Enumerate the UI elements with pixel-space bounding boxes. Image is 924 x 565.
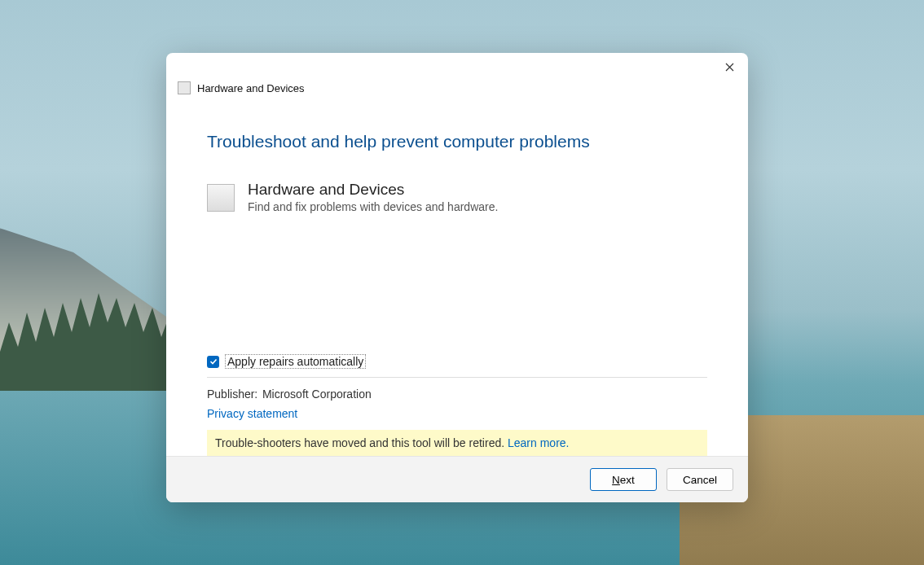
next-button[interactable]: Next bbox=[590, 468, 657, 491]
item-title: Hardware and Devices bbox=[248, 181, 498, 199]
dialog-title: Hardware and Devices bbox=[197, 82, 305, 94]
titlebar bbox=[166, 53, 748, 81]
privacy-statement-link[interactable]: Privacy statement bbox=[207, 407, 707, 420]
apply-repairs-option[interactable]: Apply repairs automatically bbox=[207, 354, 707, 369]
close-icon bbox=[725, 63, 734, 72]
item-description: Find and fix problems with devices and h… bbox=[248, 200, 498, 213]
dialog-content: Troubleshoot and help prevent computer p… bbox=[166, 101, 748, 456]
learn-more-link[interactable]: Learn more. bbox=[508, 436, 569, 449]
retirement-notice: Trouble-shooters have moved and this too… bbox=[207, 430, 707, 456]
apply-repairs-label: Apply repairs automatically bbox=[225, 354, 366, 369]
check-icon bbox=[209, 357, 218, 366]
troubleshooter-dialog: Hardware and Devices Troubleshoot and he… bbox=[166, 53, 748, 502]
close-button[interactable] bbox=[711, 55, 748, 81]
troubleshooter-item: Hardware and Devices Find and fix proble… bbox=[207, 181, 707, 213]
hardware-icon bbox=[207, 184, 235, 212]
divider bbox=[207, 377, 707, 378]
troubleshooter-icon bbox=[178, 81, 191, 94]
publisher-row: Publisher: Microsoft Corporation bbox=[207, 388, 707, 401]
notice-text: Trouble-shooters have moved and this too… bbox=[215, 436, 508, 449]
dialog-header: Hardware and Devices bbox=[166, 81, 748, 101]
dialog-footer: Next Cancel bbox=[166, 456, 748, 502]
page-heading: Troubleshoot and help prevent computer p… bbox=[207, 132, 707, 151]
next-suffix: ext bbox=[620, 474, 635, 486]
publisher-value: Microsoft Corporation bbox=[262, 388, 372, 401]
cancel-button[interactable]: Cancel bbox=[667, 468, 733, 491]
publisher-label: Publisher: bbox=[207, 388, 259, 401]
apply-repairs-checkbox[interactable] bbox=[207, 356, 219, 368]
next-accelerator: N bbox=[612, 474, 620, 486]
